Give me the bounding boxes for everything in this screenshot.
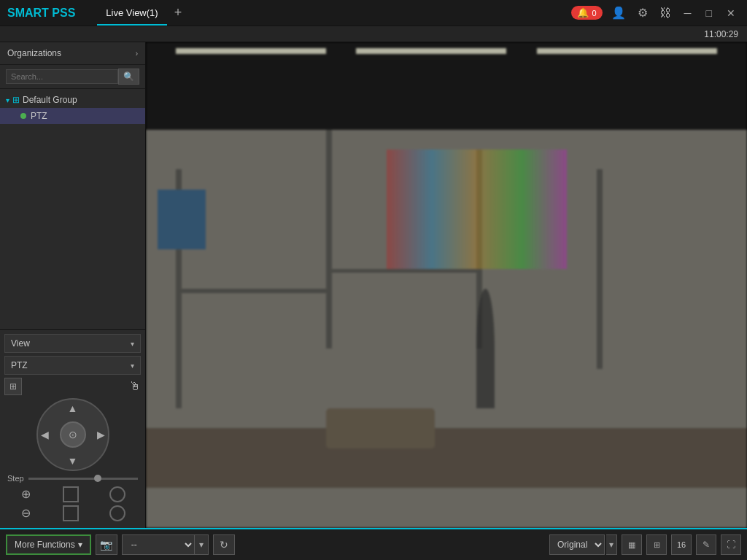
device-tree: ▾ ⊞ Default Group PTZ bbox=[0, 89, 145, 329]
grid-view-button[interactable]: ⊞ bbox=[4, 378, 22, 395]
quad-view-button[interactable]: ⊞ bbox=[646, 534, 667, 555]
gear-icon[interactable]: ⚙ bbox=[635, 4, 651, 21]
focus-in-button[interactable] bbox=[63, 486, 79, 502]
ptz-up-button[interactable]: ▲ bbox=[68, 402, 78, 414]
main-layout: Organizations › 🔍 ▾ ⊞ Default Group PTZ … bbox=[0, 42, 747, 528]
iris-close-button[interactable] bbox=[109, 505, 125, 521]
ptz-joystick[interactable]: ▲ ▼ ◀ ▶ ⊙ bbox=[36, 398, 109, 471]
light-2 bbox=[356, 48, 506, 54]
view-label: View bbox=[11, 338, 30, 349]
joystick-center[interactable]: ⊙ bbox=[60, 421, 86, 448]
snapshot-icon: 📷 bbox=[100, 539, 112, 551]
ptz-dropdown-arrow: ▾ bbox=[131, 362, 134, 370]
person-silhouette bbox=[476, 289, 495, 408]
ceiling-area bbox=[146, 42, 747, 130]
divider-2 bbox=[326, 130, 332, 349]
more-functions-button[interactable]: More Functions ▾ bbox=[6, 534, 91, 555]
edit-icon: ✎ bbox=[703, 540, 710, 550]
iris-open-button[interactable] bbox=[109, 486, 125, 502]
divider-h2 bbox=[326, 269, 476, 273]
step-row: Step bbox=[4, 474, 141, 483]
fullscreen-icon: ⛶ bbox=[727, 540, 735, 550]
tab-add-button[interactable]: + bbox=[170, 5, 187, 20]
controls-panel: View ▾ PTZ ▾ ⊞ 🖱 ▲ ▼ ◀ ▶ bbox=[0, 329, 145, 528]
stream-arrow: ▾ bbox=[195, 534, 209, 555]
search-bar: 🔍 bbox=[0, 65, 145, 89]
focus-out-button[interactable] bbox=[63, 505, 79, 521]
app-logo: SMART PSS bbox=[7, 7, 75, 20]
more-functions-label: More Functions bbox=[15, 540, 75, 550]
quality-selector: Original ▾ bbox=[549, 534, 617, 555]
monitor-1 bbox=[158, 190, 206, 249]
camera-label: PTZ bbox=[31, 111, 47, 121]
network-icon[interactable]: ⛓ bbox=[657, 5, 674, 21]
step-thumb bbox=[94, 475, 101, 482]
ptz-label: PTZ bbox=[11, 360, 28, 370]
refresh-button[interactable]: ↻ bbox=[213, 534, 235, 555]
snapshot-button[interactable]: 📷 bbox=[96, 534, 117, 555]
tab-bar: Live View(1) + bbox=[97, 4, 186, 21]
desk-surface bbox=[146, 428, 747, 488]
ptz-right-button[interactable]: ▶ bbox=[97, 429, 105, 440]
light-1 bbox=[176, 48, 326, 54]
tree-group-default[interactable]: ▾ ⊞ Default Group bbox=[0, 92, 145, 108]
divider-4 bbox=[597, 169, 603, 368]
mouse-icon[interactable]: 🖱 bbox=[129, 380, 141, 393]
zoom-row-1: ⊕ bbox=[4, 486, 141, 502]
zoom-out-button[interactable]: ⊖ bbox=[20, 505, 32, 521]
user-icon[interactable]: 👤 bbox=[608, 4, 629, 21]
organizations-label: Organizations bbox=[7, 48, 61, 58]
tree-item-ptz[interactable]: PTZ bbox=[0, 108, 145, 124]
zoom-row-2: ⊖ bbox=[4, 505, 141, 521]
ptz-top-row: ⊞ 🖱 bbox=[4, 378, 141, 395]
group-label: Default Group bbox=[23, 95, 77, 105]
step-label: Step bbox=[7, 474, 24, 483]
minimize-button[interactable]: ─ bbox=[680, 6, 696, 20]
tab-live-view[interactable]: Live View(1) bbox=[97, 4, 166, 21]
close-button[interactable]: ✕ bbox=[722, 6, 740, 20]
ptz-left-button[interactable]: ◀ bbox=[41, 429, 49, 440]
step-slider[interactable] bbox=[28, 478, 138, 480]
maximize-button[interactable]: □ bbox=[702, 6, 716, 20]
sidebar: Organizations › 🔍 ▾ ⊞ Default Group PTZ … bbox=[0, 42, 146, 528]
camera-status-dot bbox=[20, 113, 26, 119]
stream-selector: -- ▾ bbox=[122, 534, 209, 555]
view-dropdown[interactable]: View ▾ bbox=[4, 334, 141, 353]
quality-arrow: ▾ bbox=[606, 534, 617, 555]
chevron-right-icon: › bbox=[136, 50, 138, 58]
search-input[interactable] bbox=[6, 69, 118, 84]
stream-select[interactable]: -- bbox=[122, 534, 195, 555]
bell-icon: 🔔 bbox=[577, 7, 589, 18]
bottom-bar: More Functions ▾ 📷 -- ▾ ↻ Original ▾ ▦ ⊞… bbox=[0, 528, 747, 560]
more-functions-arrow: ▾ bbox=[78, 540, 82, 550]
titlebar: SMART PSS Live View(1) + 🔔 0 👤 ⚙ ⛓ ─ □ ✕ bbox=[0, 0, 747, 26]
quality-select[interactable]: Original bbox=[549, 534, 605, 555]
time-display: 11:00:29 bbox=[704, 29, 738, 39]
video-area bbox=[146, 42, 747, 528]
quad-view-icon: ⊞ bbox=[654, 540, 660, 550]
ptz-dropdown[interactable]: PTZ ▾ bbox=[4, 356, 141, 375]
edit-button[interactable]: ✎ bbox=[696, 534, 716, 555]
group-icon: ⊞ bbox=[12, 95, 20, 105]
zoom-in-button[interactable]: ⊕ bbox=[20, 486, 32, 502]
channel-count-badge: 16 bbox=[671, 534, 692, 555]
search-button[interactable]: 🔍 bbox=[118, 69, 139, 85]
divider-h1 bbox=[176, 289, 326, 292]
titlebar-right: 🔔 0 👤 ⚙ ⛓ ─ □ ✕ bbox=[571, 4, 740, 21]
ptz-joystick-container: ▲ ▼ ◀ ▶ ⊙ bbox=[4, 398, 141, 471]
logo-smart: SMART bbox=[7, 7, 49, 19]
office-floor bbox=[146, 130, 747, 528]
desk-object bbox=[326, 408, 434, 448]
logo-pss: PSS bbox=[52, 7, 75, 19]
camera-feed bbox=[146, 42, 747, 528]
alert-badge[interactable]: 🔔 0 bbox=[571, 6, 602, 20]
single-view-button[interactable]: ▦ bbox=[622, 534, 642, 555]
chevron-down-icon: ▾ bbox=[6, 96, 9, 104]
organizations-header[interactable]: Organizations › bbox=[0, 42, 145, 65]
fullscreen-button[interactable]: ⛶ bbox=[721, 534, 741, 555]
single-view-icon: ▦ bbox=[628, 540, 635, 550]
light-3 bbox=[537, 48, 717, 54]
topbar: 11:00:29 bbox=[0, 26, 747, 42]
ptz-down-button[interactable]: ▼ bbox=[68, 455, 78, 467]
view-dropdown-arrow: ▾ bbox=[131, 340, 134, 348]
